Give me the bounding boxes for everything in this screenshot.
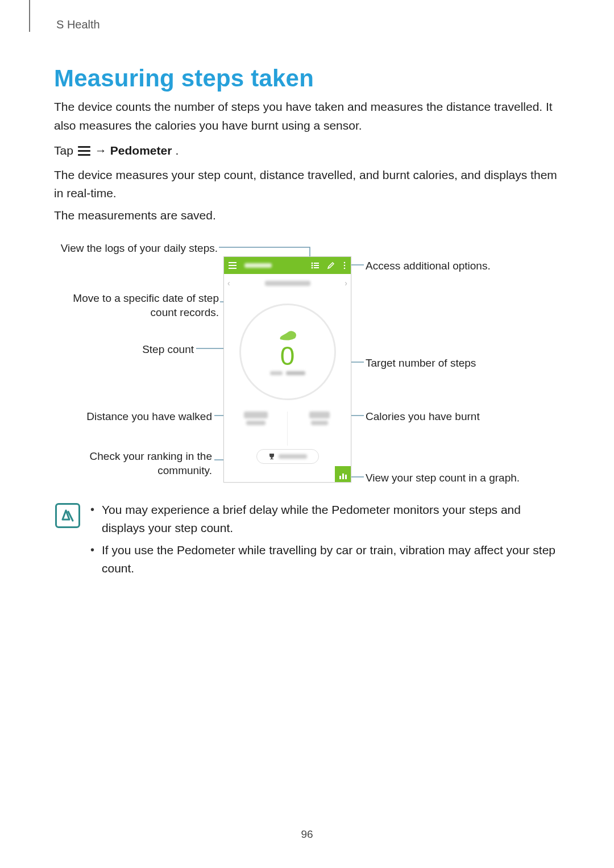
svg-point-10 bbox=[344, 265, 346, 267]
callout-step-count: Step count bbox=[54, 343, 194, 357]
callout-calories: Calories you have burnt bbox=[366, 410, 480, 424]
svg-point-9 bbox=[344, 262, 346, 264]
arrow-glyph: → bbox=[95, 142, 107, 160]
date-blur bbox=[265, 281, 310, 286]
menu-icon bbox=[78, 146, 90, 156]
tap-suffix: . bbox=[175, 142, 179, 160]
app-bar bbox=[224, 257, 351, 274]
pill-blur bbox=[279, 454, 307, 459]
annotated-figure: View the logs of your daily steps. Move … bbox=[54, 239, 560, 489]
edit-icon[interactable] bbox=[327, 261, 335, 269]
page-number: 96 bbox=[0, 828, 614, 841]
calories-cell bbox=[287, 412, 351, 446]
menu-icon[interactable] bbox=[229, 262, 237, 269]
svg-rect-6 bbox=[314, 265, 319, 266]
stats-row bbox=[224, 412, 351, 446]
note-block: You may experience a brief delay while t… bbox=[54, 501, 560, 582]
goal-blur bbox=[270, 371, 283, 375]
distance-cell bbox=[224, 412, 287, 446]
header-rule bbox=[29, 0, 30, 32]
tap-target: Pedometer bbox=[110, 142, 172, 160]
callout-distance: Distance you have walked bbox=[54, 410, 212, 424]
tap-instruction: Tap → Pedometer . bbox=[54, 142, 560, 160]
goal-blur-2 bbox=[286, 371, 305, 375]
distance-label-blur bbox=[246, 421, 265, 425]
step-dial: 0 bbox=[239, 304, 336, 400]
callout-graph: View your step count in a graph. bbox=[366, 471, 520, 485]
trophy-icon bbox=[268, 453, 275, 460]
callout-target: Target number of steps bbox=[366, 356, 476, 371]
running-header: S Health bbox=[54, 0, 560, 36]
section-name: S Health bbox=[56, 18, 100, 31]
step-count-value: 0 bbox=[280, 343, 295, 369]
intro-paragraph: The device counts the number of steps yo… bbox=[54, 98, 560, 135]
paragraph-3: The measurements are saved. bbox=[54, 206, 560, 225]
appbar-title-blur bbox=[244, 263, 272, 268]
phone-screenshot: ‹ › 0 bbox=[223, 256, 351, 483]
svg-rect-4 bbox=[314, 263, 319, 264]
dial-area: 0 bbox=[224, 292, 351, 412]
svg-point-11 bbox=[344, 268, 346, 269]
note-item-2: If you use the Pedometer while travellin… bbox=[90, 541, 560, 577]
svg-point-5 bbox=[312, 265, 313, 267]
date-next-icon[interactable]: › bbox=[345, 279, 347, 288]
page-title: Measuring steps taken bbox=[54, 65, 560, 92]
callout-ranking: Check your ranking in the community. bbox=[54, 450, 212, 477]
paragraph-2: The device measures your step count, dis… bbox=[54, 166, 560, 203]
note-item-1: You may experience a brief delay while t… bbox=[90, 501, 560, 537]
date-prev-icon[interactable]: ‹ bbox=[227, 279, 230, 288]
svg-point-3 bbox=[312, 263, 313, 264]
date-nav-bar: ‹ › bbox=[224, 274, 351, 292]
callout-options: Access additional options. bbox=[366, 259, 491, 273]
svg-rect-8 bbox=[314, 267, 319, 268]
cal-value-blur bbox=[309, 412, 330, 418]
scoreboard-pill[interactable] bbox=[256, 449, 319, 464]
callout-logs: View the logs of your daily steps. bbox=[54, 242, 218, 256]
cal-label-blur bbox=[311, 421, 328, 425]
distance-value-blur bbox=[244, 412, 268, 418]
tap-prefix: Tap bbox=[54, 142, 73, 160]
list-icon[interactable] bbox=[311, 262, 319, 269]
note-list: You may experience a brief delay while t… bbox=[90, 501, 560, 582]
note-icon bbox=[55, 503, 80, 528]
svg-point-7 bbox=[312, 267, 313, 269]
callout-date-nav: Move to a specific date of step count re… bbox=[54, 292, 219, 319]
more-icon[interactable] bbox=[343, 261, 346, 269]
graph-corner-button[interactable] bbox=[335, 466, 351, 482]
